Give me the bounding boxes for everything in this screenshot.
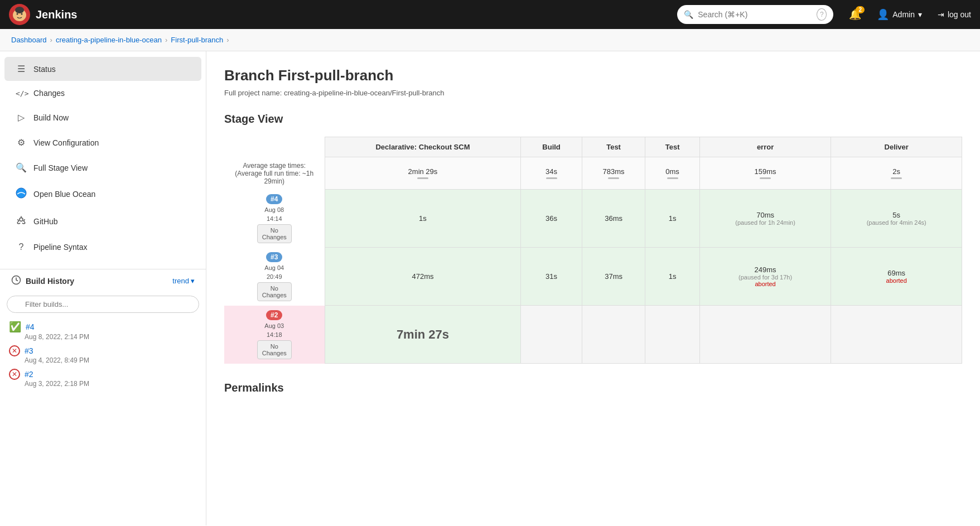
table-row: #3 Aug 04 20:49 NoChanges 472ms 31s 37ms…	[224, 248, 962, 306]
build-status-success-icon: ✅	[9, 321, 21, 333]
search-icon: 🔍	[684, 10, 693, 19]
build4-no-changes[interactable]: NoChanges	[257, 224, 292, 243]
pipeline-syntax-icon: ?	[16, 242, 27, 252]
sidebar-item-changes[interactable]: </> Changes	[4, 82, 201, 104]
trend-link[interactable]: trend ▾	[172, 277, 195, 285]
build-history-header: Build History trend ▾	[0, 269, 206, 292]
build-now-icon: ▷	[16, 112, 27, 123]
build4-stage-build: 36s	[521, 190, 582, 248]
sidebar-item-build-now[interactable]: ▷ Build Now	[4, 105, 201, 129]
col-test-1: Test	[582, 137, 645, 157]
status-icon: ☰	[16, 64, 27, 74]
build-date-4: Aug 8, 2022, 2:14 PM	[9, 333, 197, 341]
build4-date: Aug 08	[226, 206, 322, 213]
sidebar-item-label-github: GitHub	[33, 217, 58, 226]
col-error: error	[699, 137, 831, 157]
build-history-icon	[11, 275, 21, 287]
build3-date: Aug 04	[226, 264, 322, 271]
build3-badge: #3	[266, 252, 282, 262]
build3-meta-cell: #3 Aug 04 20:49 NoChanges	[224, 248, 325, 306]
changes-icon: </>	[16, 89, 27, 98]
build2-time: 14:18	[226, 331, 322, 338]
breadcrumb-dashboard[interactable]: Dashboard	[11, 36, 47, 44]
breadcrumb-pipeline[interactable]: creating-a-pipeline-in-blue-ocean	[56, 36, 162, 44]
filter-wrap: 🔍	[0, 292, 206, 316]
avg-time-error: 159ms	[699, 157, 831, 190]
breadcrumb-sep-2: ›	[165, 36, 167, 44]
build4-stage-test2: 1s	[645, 190, 699, 248]
jenkins-logo-icon	[9, 4, 30, 25]
jenkins-title: Jenkins	[36, 8, 77, 21]
build-status-error-icon: ✕	[9, 369, 20, 380]
build2-meta-cell: #2 Aug 03 14:18 NoChanges	[224, 306, 325, 364]
build3-stage-test2: 1s	[645, 248, 699, 306]
sidebar-item-pipeline-syntax[interactable]: ? Pipeline Syntax	[4, 235, 201, 259]
sidebar-item-view-configuration[interactable]: ⚙ View Configuration	[4, 131, 201, 155]
build2-stage-test2	[645, 306, 699, 364]
col-checkout-scm: Declarative: Checkout SCM	[325, 137, 521, 157]
build2-badge: #2	[266, 310, 282, 320]
sidebar-item-label-view-configuration: View Configuration	[33, 138, 99, 147]
col-test-2: Test	[645, 137, 699, 157]
table-row: #4 Aug 08 14:14 NoChanges 1s 36s 36ms 1s…	[224, 190, 962, 248]
build3-time: 20:49	[226, 273, 322, 280]
build2-stage-error	[699, 306, 831, 364]
build4-meta-cell: #4 Aug 08 14:14 NoChanges	[224, 190, 325, 248]
build3-no-changes[interactable]: NoChanges	[257, 282, 292, 301]
sidebar-item-label-full-stage-view: Full Stage View	[33, 163, 88, 172]
main-layout: ☰ Status </> Changes ▷ Build Now ⚙ View …	[0, 51, 980, 525]
notification-button[interactable]: 🔔 2	[849, 8, 861, 21]
sidebar-item-status[interactable]: ☰ Status	[4, 57, 201, 81]
build4-stage-error: 70ms (paused for 1h 24min)	[699, 190, 831, 248]
breadcrumb: Dashboard › creating-a-pipeline-in-blue-…	[0, 29, 980, 51]
breadcrumb-sep-3: ›	[226, 36, 229, 44]
build2-stage-build	[521, 306, 582, 364]
search-input[interactable]	[698, 10, 812, 19]
search-help-button[interactable]: ?	[817, 8, 827, 21]
build2-stage-deliver	[831, 306, 962, 364]
full-stage-icon: 🔍	[16, 162, 27, 173]
user-chevron-icon: ▾	[918, 10, 922, 19]
build3-stage-error: 249ms (paused for 3d 17h) aborted	[699, 248, 831, 306]
avg-label: Average stage times: (Average full run t…	[224, 157, 325, 190]
build-list: ✅ #4 Aug 8, 2022, 2:14 PM ✕ #3 Aug 4, 20…	[0, 316, 206, 392]
build-link-4[interactable]: #4	[26, 322, 35, 331]
build-link-2[interactable]: #2	[25, 370, 33, 379]
list-item: ✕ #2 Aug 3, 2022, 2:18 PM	[0, 366, 206, 390]
stage-view-table: Declarative: Checkout SCM Build Test Tes…	[224, 137, 962, 364]
build3-stage-deliver: 69ms aborted	[831, 248, 962, 306]
sidebar-nav: ☰ Status </> Changes ▷ Build Now ⚙ View …	[0, 51, 206, 264]
svg-point-3	[15, 7, 24, 13]
user-label: Admin	[892, 10, 915, 19]
page-subtitle: Full project name: creating-a-pipeline-i…	[224, 89, 962, 97]
sidebar-item-label-changes: Changes	[33, 89, 65, 98]
build4-stage-checkout: 1s	[325, 190, 521, 248]
jenkins-logo[interactable]: Jenkins	[9, 4, 77, 25]
avg-time-test2: 0ms	[645, 157, 699, 190]
build-date-2: Aug 3, 2022, 2:18 PM	[9, 380, 197, 388]
github-icon	[16, 215, 27, 228]
build2-no-changes[interactable]: NoChanges	[257, 340, 292, 359]
sidebar-item-label-pipeline-syntax: Pipeline Syntax	[33, 243, 88, 252]
table-row: #2 Aug 03 14:18 NoChanges 7min 27s	[224, 306, 962, 364]
page-title: Branch First-pull-branch	[224, 67, 962, 84]
breadcrumb-branch[interactable]: First-pull-branch	[171, 36, 223, 44]
user-menu[interactable]: 👤 Admin ▾	[877, 8, 922, 21]
svg-point-4	[16, 188, 26, 198]
build4-stage-test1: 36ms	[582, 190, 645, 248]
search-bar[interactable]: 🔍 ?	[677, 5, 833, 24]
stage-view-title: Stage View	[224, 113, 962, 126]
sidebar-item-label-build-now: Build Now	[33, 113, 69, 122]
logout-button[interactable]: ⇥ log out	[938, 10, 971, 19]
list-item: ✕ #3 Aug 4, 2022, 8:49 PM	[0, 343, 206, 366]
sidebar-item-github[interactable]: GitHub	[4, 209, 201, 234]
filter-builds-input[interactable]	[7, 296, 199, 313]
build-link-3[interactable]: #3	[25, 346, 33, 355]
trend-chevron-icon: ▾	[191, 277, 195, 285]
user-icon: 👤	[877, 8, 889, 21]
notification-badge: 2	[856, 6, 865, 13]
sidebar-item-open-blue-ocean[interactable]: Open Blue Ocean	[4, 181, 201, 207]
sidebar-item-full-stage-view[interactable]: 🔍 Full Stage View	[4, 156, 201, 180]
avg-times-row: Average stage times: (Average full run t…	[224, 157, 962, 190]
build-status-aborted-icon: ✕	[9, 345, 20, 356]
